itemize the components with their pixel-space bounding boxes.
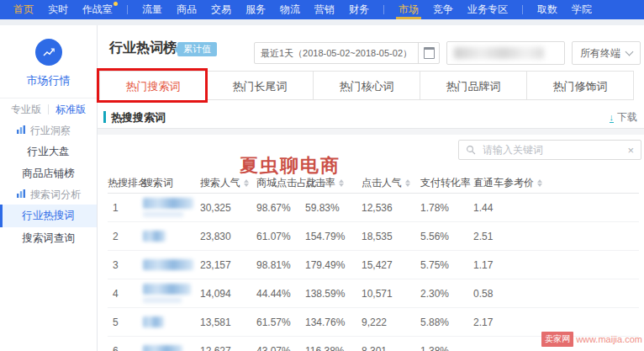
sort-icon[interactable] <box>244 179 249 187</box>
nav-item-traffic[interactable]: 流量 <box>142 0 162 19</box>
value-cell: 1.38% <box>420 345 473 351</box>
tab-hot-longtail-words[interactable]: 热门长尾词 <box>206 71 314 100</box>
sort-icon[interactable] <box>339 179 344 187</box>
nav-item-market[interactable]: 市场 <box>399 0 419 19</box>
terminal-selector[interactable]: 所有终端 <box>572 41 641 65</box>
column-header-click-popularity[interactable]: 点击人气 <box>362 176 420 190</box>
tab-hot-modifier-words[interactable]: 热门修饰词 <box>526 71 634 100</box>
sort-icon[interactable] <box>537 179 542 187</box>
rank-cell: 5 <box>108 316 143 328</box>
sidebar-group-keyword-analysis: 搜索词分析 <box>0 184 97 205</box>
tab-hot-search-words[interactable]: 热门搜索词 <box>99 71 207 100</box>
column-header-label: 点击率 <box>305 176 335 190</box>
value-cell: 2.17 <box>473 316 639 328</box>
rank-cell: 4 <box>108 288 143 300</box>
sort-icon[interactable] <box>405 179 410 187</box>
nav-item-service[interactable]: 服务 <box>245 0 266 19</box>
column-header-mall-click-share[interactable]: 商城点击占比 <box>256 176 305 190</box>
version-switch: 专业版标准版 <box>0 98 97 120</box>
keyword-cell <box>143 284 200 303</box>
sidebar-item-product-shop-rank[interactable]: 商品店铺榜 <box>0 162 97 184</box>
calendar-icon[interactable] <box>418 43 439 63</box>
nav-item-academy[interactable]: 学院 <box>572 0 592 19</box>
nav-item-label: 营销 <box>314 3 335 15</box>
nav-item-marketing[interactable]: 营销 <box>314 0 335 19</box>
nav-item-data-extract[interactable]: 取数 <box>537 0 557 19</box>
search-input[interactable] <box>481 143 622 157</box>
sidebar-item-keyword-query[interactable]: 搜索词查询 <box>0 227 97 249</box>
nav-item-home[interactable]: 首页 <box>13 0 34 19</box>
keyword-cell <box>143 259 200 270</box>
filter-bar: 最近1天（2018-05-02~2018-05-02） 所有终端 <box>254 41 641 65</box>
tab-hot-brand-words[interactable]: 热门品牌词 <box>420 71 527 100</box>
nav-divider <box>522 5 523 14</box>
value-cell: 61.57% <box>256 316 305 328</box>
section-header: 热搜搜索词 ↓ 下载 <box>97 106 644 128</box>
version-pro[interactable]: 专业版 <box>11 103 41 117</box>
nav-item-business-zone[interactable]: 业务专区 <box>467 0 508 19</box>
title-badge: 累计值 <box>177 42 217 56</box>
table-row: 223,83061.07%154.79%18,5355.56%2.51 <box>108 222 639 251</box>
value-cell: 30,325 <box>200 202 256 214</box>
value-cell: 61.07% <box>256 231 305 242</box>
value-cell: 1.17 <box>473 259 639 271</box>
rank-cell: 6 <box>108 345 143 351</box>
redacted-keyword <box>143 231 166 242</box>
nav-item-goods[interactable]: 商品 <box>177 0 197 19</box>
column-header-rank: 热搜排名 <box>108 176 143 190</box>
table-row: 513,58161.57%134.76%9,2225.88%2.17 <box>108 308 639 337</box>
value-cell: 23,830 <box>200 231 256 242</box>
nav-item-label: 财务 <box>349 3 369 15</box>
value-cell: 12,536 <box>362 202 420 214</box>
nav-item-label: 流量 <box>142 3 162 15</box>
nav-item-label: 物流 <box>280 3 300 15</box>
sidebar-item-industry-hot-search[interactable]: 行业热搜词 <box>0 205 97 227</box>
table-header-row: 热搜排名搜索词搜索人气商城点击占比点击率点击人气支付转化率直通车参考价 <box>108 173 639 194</box>
nav-item-finance[interactable]: 财务 <box>349 0 369 19</box>
nav-item-trade[interactable]: 交易 <box>211 0 231 19</box>
value-cell: 59.83% <box>305 202 362 214</box>
value-cell: 12,627 <box>200 345 256 351</box>
nav-item-war-room[interactable]: 作战室 <box>82 0 113 19</box>
value-cell: 43.07% <box>256 345 305 351</box>
page-title: 行业热词榜 <box>109 40 177 57</box>
redacted-keyword-subline <box>143 211 183 217</box>
value-cell: 134.76% <box>305 316 362 328</box>
version-standard[interactable]: 标准版 <box>55 103 86 117</box>
keyword-cell <box>143 345 200 351</box>
table-row: 612,62743.07%116.38%8,3011.38% <box>108 337 639 351</box>
sidebar-group-label: 行业洞察 <box>30 124 71 138</box>
sort-desc-icon <box>537 183 542 187</box>
clear-icon[interactable]: × <box>627 145 634 156</box>
nav-item-label: 首页 <box>13 3 34 15</box>
nav-item-competition[interactable]: 竞争 <box>433 0 453 19</box>
tab-hot-core-words[interactable]: 热门核心词 <box>313 71 420 100</box>
column-header-payment-conversion[interactable]: 支付转化率 <box>420 176 473 190</box>
download-button[interactable]: ↓ 下载 <box>610 110 638 125</box>
notification-dot <box>113 2 118 6</box>
column-header-ztc-reference-price[interactable]: 直通车参考价 <box>473 176 639 190</box>
sidebar: 市场行情 专业版标准版 行业洞察行业大盘商品店铺榜搜索词分析行业热搜词搜索词查询 <box>0 25 98 351</box>
column-header-click-rate[interactable]: 点击率 <box>305 176 362 190</box>
table-row: 414,09444.44%138.59%10,5712.30%0.58 <box>108 279 639 308</box>
date-range-picker[interactable]: 最近1天（2018-05-02~2018-05-02） <box>254 42 440 64</box>
sort-desc-icon <box>339 183 344 187</box>
value-cell: 116.38% <box>305 345 362 351</box>
column-header-search-popularity[interactable]: 搜索人气 <box>200 176 256 190</box>
category-selector-redacted[interactable] <box>446 41 565 65</box>
sidebar-menu: 行业洞察行业大盘商品店铺榜搜索词分析行业热搜词搜索词查询 <box>0 120 97 249</box>
sidebar-item-industry-market[interactable]: 行业大盘 <box>0 141 97 162</box>
keyword-cell <box>143 316 200 327</box>
nav-item-label: 取数 <box>537 3 557 15</box>
column-header-label: 直通车参考价 <box>473 176 534 190</box>
rank-cell: 3 <box>108 259 143 271</box>
value-cell: 13,581 <box>200 316 256 328</box>
column-header-label: 热搜排名 <box>108 176 148 190</box>
value-cell: 138.59% <box>305 288 362 300</box>
table-body: 130,32598.67%59.83%12,5361.78%1.44223,83… <box>108 194 639 351</box>
keyword-search: × <box>458 140 641 160</box>
value-cell: 18,535 <box>362 231 420 242</box>
redacted-keyword <box>143 284 191 295</box>
nav-item-logistics[interactable]: 物流 <box>280 0 300 19</box>
nav-item-realtime[interactable]: 实时 <box>48 0 68 19</box>
